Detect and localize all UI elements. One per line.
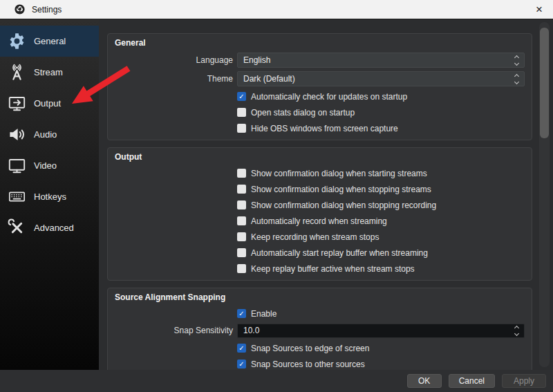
checkbox-label: Show confirmation dialog when starting s… [251, 169, 427, 178]
checkbox-label: Show confirmation dialog when stopping r… [251, 200, 436, 210]
gear-icon [8, 32, 26, 50]
sidebar-item-label: Audio [34, 129, 57, 140]
snap-sensitivity-row: Snap Sensitivity 10.0 [115, 323, 525, 338]
language-select[interactable]: English [237, 53, 525, 68]
titlebar: Settings × [0, 0, 553, 19]
sidebar-item-video[interactable]: Video [0, 150, 99, 181]
checkbox[interactable] [237, 124, 246, 133]
checkbox[interactable] [237, 216, 246, 225]
sidebar-item-stream[interactable]: Stream [0, 57, 99, 88]
close-icon[interactable]: × [525, 0, 553, 19]
language-value: English [238, 55, 509, 65]
ok-button[interactable]: OK [407, 374, 442, 388]
checkbox-row[interactable]: ✓ Snap Sources to other sources [237, 358, 525, 370]
checkbox-label: Automatically check for updates on start… [251, 92, 407, 102]
general-panel: General Language English Theme Dark (Def… [107, 33, 532, 140]
general-checkbox-list: ✓ Automatically check for updates on sta… [115, 91, 525, 134]
output-panel: Output Show confirmation dialog when sta… [107, 147, 532, 281]
checkbox[interactable]: ✓ [237, 344, 246, 353]
output-checkbox-list: Show confirmation dialog when starting s… [115, 167, 525, 274]
video-icon [8, 156, 26, 175]
checkbox[interactable] [237, 108, 246, 117]
combo-spinner-icon[interactable] [509, 53, 524, 67]
language-label: Language [115, 55, 233, 65]
checkbox[interactable] [237, 169, 246, 178]
sidebar-item-advanced[interactable]: Advanced [0, 212, 99, 243]
checkbox-row[interactable]: Automatically start replay buffer when s… [237, 247, 525, 259]
spinbox-spinner-icon[interactable] [509, 324, 524, 337]
checkbox-label: Snap Sources to other sources [251, 360, 365, 369]
checkbox-row[interactable]: ✓ Automatically check for updates on sta… [237, 91, 525, 102]
audio-icon [8, 125, 26, 144]
checkbox-label: Keep replay buffer active when stream st… [251, 264, 415, 274]
checkbox[interactable] [237, 248, 246, 257]
snapping-panel: Source Alignment Snapping ✓ Enable Snap … [107, 288, 532, 370]
checkbox[interactable] [237, 232, 246, 241]
checkbox[interactable] [237, 200, 246, 209]
sidebar-item-output[interactable]: Output [0, 88, 99, 119]
checkbox-label: Hide OBS windows from screen capture [251, 124, 398, 133]
checkbox-label: Snap Sources to edge of screen [251, 344, 369, 353]
obs-logo-icon [14, 3, 26, 15]
settings-window: Settings × General Stream Output Audio V… [0, 0, 553, 392]
checkbox[interactable]: ✓ [237, 92, 246, 101]
checkbox[interactable]: ✓ [237, 360, 246, 368]
sidebar-item-label: Advanced [34, 223, 74, 233]
snap-sensitivity-value: 10.0 [238, 326, 509, 335]
dialog-footer: OK Cancel Apply [0, 370, 553, 392]
panel-title-snapping: Source Alignment Snapping [115, 292, 525, 304]
window-title: Settings [32, 5, 62, 15]
checkbox-row[interactable]: Keep recording when stream stops [237, 231, 525, 243]
checkbox-row[interactable]: ✓ Enable [237, 308, 525, 319]
sidebar-item-label: Output [34, 98, 61, 109]
advanced-icon [8, 218, 26, 237]
sidebar-item-label: Hotkeys [34, 192, 66, 202]
apply-button[interactable]: Apply [502, 374, 546, 388]
panel-title-output: Output [115, 152, 525, 163]
checkbox-label: Automatically record when streaming [251, 216, 387, 226]
checkbox[interactable] [237, 185, 246, 194]
cancel-button[interactable]: Cancel [449, 374, 495, 388]
sidebar-item-general[interactable]: General [0, 26, 99, 57]
checkbox-row[interactable]: Automatically record when streaming [237, 215, 525, 227]
snap-sensitivity-label: Snap Sensitivity [115, 326, 233, 335]
settings-content: General Language English Theme Dark (Def… [99, 19, 553, 370]
sidebar-item-hotkeys[interactable]: Hotkeys [0, 181, 99, 212]
snap-sensitivity-input[interactable]: 10.0 [237, 324, 525, 338]
checkbox-row[interactable]: ✓ Snap Sources to edge of screen [237, 342, 525, 354]
sidebar-item-audio[interactable]: Audio [0, 119, 99, 150]
settings-sidebar: General Stream Output Audio Video Hotkey… [0, 19, 99, 370]
checkbox-label: Automatically start replay buffer when s… [251, 248, 428, 258]
theme-label: Theme [115, 74, 233, 84]
checkbox-row[interactable]: Keep replay buffer active when stream st… [237, 263, 525, 274]
checkbox-label: Enable [251, 309, 276, 319]
stream-icon [8, 63, 26, 82]
checkbox-label: Keep recording when stream stops [251, 232, 379, 242]
checkbox-row[interactable]: Open stats dialog on startup [237, 106, 525, 118]
panel-title-general: General [115, 38, 525, 49]
checkbox-label: Show confirmation dialog when stopping s… [251, 185, 431, 194]
output-icon [8, 94, 26, 113]
sidebar-item-label: Video [34, 160, 57, 171]
checkbox-label: Open stats dialog on startup [251, 108, 355, 118]
theme-value: Dark (Default) [238, 74, 509, 84]
theme-select[interactable]: Dark (Default) [237, 71, 525, 86]
combo-spinner-icon[interactable] [509, 72, 524, 86]
snapping-enable-list: ✓ Enable [115, 308, 525, 319]
checkbox-row[interactable]: Show confirmation dialog when stopping s… [237, 183, 525, 195]
language-row: Language English [115, 53, 525, 68]
sidebar-item-label: Stream [34, 67, 63, 77]
checkbox[interactable] [237, 264, 246, 273]
snapping-checkbox-list: ✓ Snap Sources to edge of screen ✓ Snap … [115, 342, 525, 370]
checkbox[interactable]: ✓ [237, 309, 246, 318]
checkbox-row[interactable]: Hide OBS windows from screen capture [237, 122, 525, 134]
checkbox-row[interactable]: Show confirmation dialog when starting s… [237, 167, 525, 179]
scrollbar-thumb[interactable] [540, 28, 549, 138]
sidebar-item-label: General [34, 36, 66, 46]
theme-row: Theme Dark (Default) [115, 71, 525, 86]
checkbox-row[interactable]: Show confirmation dialog when stopping r… [237, 199, 525, 211]
hotkeys-icon [8, 187, 26, 206]
